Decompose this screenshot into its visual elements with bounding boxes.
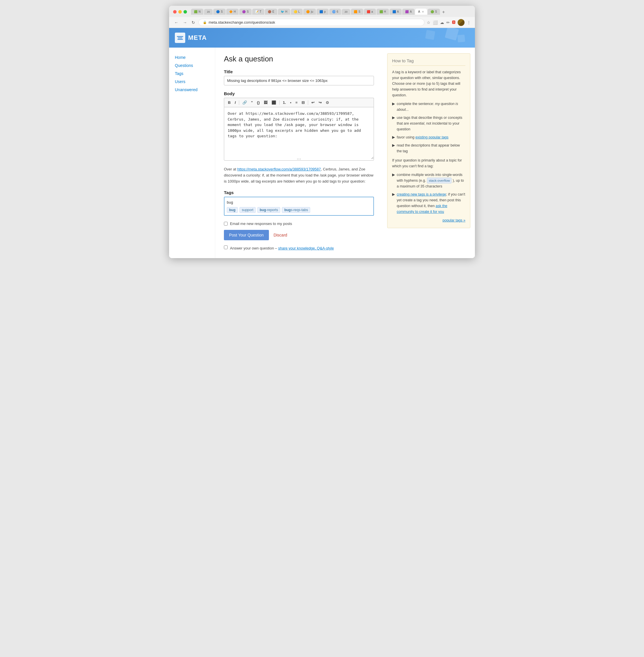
outdent-button[interactable]: ⊟ [300, 100, 306, 105]
tags-input-container[interactable]: bug support bug-reports bugs-reqs-tabs [224, 197, 374, 216]
address-bar: ← → ↻ 🔒 meta.stackexchange.com/questions… [169, 17, 475, 28]
popular-tags-link[interactable]: popular tags » [443, 218, 465, 222]
forward-button[interactable]: → [182, 20, 188, 25]
reload-button[interactable]: ↻ [190, 20, 196, 25]
answer-own-checkbox[interactable] [224, 245, 228, 249]
browser-tab[interactable]: 🟡L [291, 9, 303, 15]
browser-tab[interactable]: 🟦A [390, 9, 402, 15]
tip-hyphens: ▶ combine multiple words into single-wor… [392, 172, 465, 189]
image-button[interactable]: 🖼 [262, 100, 269, 105]
maximize-button[interactable] [184, 10, 187, 14]
sidebar-item-questions[interactable]: Questions [169, 62, 215, 70]
body-preview-link[interactable]: https://meta.stackoverflow.com/a/388593/… [237, 167, 321, 171]
browser-tab-active[interactable]: A✕ [415, 9, 427, 15]
tip-new-tags: ▶ creating new tags is a privilege; if y… [392, 191, 465, 215]
indent-button[interactable]: ≡ [294, 100, 299, 105]
tip-arrow-1: ▶ [392, 101, 395, 113]
browser-tab[interactable]: 🌀6 [329, 9, 341, 15]
tags-label: Tags [224, 190, 374, 195]
close-button[interactable] [173, 10, 177, 14]
logo-line-2 [178, 38, 182, 38]
body-preview-text-before: Over at [224, 167, 237, 171]
help-button[interactable]: ⊙ [324, 100, 330, 105]
editor-body: Over at https://meta.stackoverflow.com/a… [224, 107, 374, 161]
bold-button[interactable]: B [227, 100, 232, 105]
avatar[interactable] [458, 19, 464, 26]
sidebar-item-tags[interactable]: Tags [169, 70, 215, 77]
sidebar-item-users[interactable]: Users [169, 77, 215, 86]
email-checkbox-label: Email me new responses to my posts [230, 221, 292, 226]
new-tab-button[interactable]: + [441, 9, 447, 15]
how-to-tag-title: How to Tag [392, 58, 465, 66]
extensions-icon[interactable]: ⬜ [433, 20, 438, 25]
browser-tab[interactable]: 🔶H [226, 9, 238, 15]
browser-tab[interactable]: 20 [204, 9, 213, 15]
browser-tab[interactable]: 🟪A [402, 9, 415, 15]
existing-tags-link[interactable]: existing popular tags [415, 135, 448, 139]
main-layout: Home Questions Tags Users Unanswered Ask… [169, 48, 475, 258]
menu-icon[interactable]: ⋮ [467, 20, 471, 25]
undo-button[interactable]: ↩ [310, 100, 316, 105]
title-input[interactable] [224, 76, 374, 85]
url-bar[interactable]: 🔒 meta.stackexchange.com/questions/ask [199, 19, 424, 26]
site-logo[interactable]: META [175, 32, 207, 43]
tag-suggestion-bug[interactable]: bug [227, 207, 238, 213]
toolbar-separator-2 [279, 100, 280, 105]
sidebar-item-unanswered[interactable]: Unanswered [169, 86, 215, 94]
sidebar-item-home[interactable]: Home [169, 53, 215, 62]
minimize-button[interactable] [178, 10, 182, 14]
tag-suggestion-bug-reports[interactable]: bug-reports [257, 207, 280, 213]
redo-button[interactable]: ↪ [317, 100, 323, 105]
body-textarea[interactable]: Over at https://meta.stackoverflow.com/a… [224, 107, 374, 159]
ordered-list-button[interactable]: 1. [281, 100, 288, 105]
tip-popular-text: favor using existing popular tags [397, 134, 448, 140]
browser-tab[interactable]: 🟩N [191, 9, 203, 15]
post-button[interactable]: Post Your Question [224, 230, 269, 240]
logo-icon [175, 32, 185, 43]
browser-tab[interactable]: 🟤E [265, 9, 277, 15]
browser-tab[interactable]: 🐦H [278, 9, 290, 15]
tip-hyphens-text: combine multiple words into single-words… [397, 172, 465, 189]
code-button[interactable]: {} [255, 100, 261, 105]
tags-input[interactable] [227, 200, 371, 205]
tip-complete: ▶ complete the sentence: my question is … [392, 101, 465, 113]
link-button[interactable]: 🔗 [241, 100, 248, 105]
tag-suggestion-bugs-reqs-tabs[interactable]: bugs-reqs-tabs [282, 207, 310, 213]
sync-icon[interactable]: ☁ [440, 20, 444, 25]
browser-tab[interactable]: 🟠ju [303, 9, 316, 15]
browser-tab[interactable]: 🟣S [239, 9, 252, 15]
tip-descriptions: ▶ read the descriptions that appear belo… [392, 142, 465, 154]
browser-tab[interactable]: 🟩H [376, 9, 389, 15]
browser-tab[interactable]: 🟢S [428, 9, 440, 15]
resize-handle[interactable] [293, 158, 305, 160]
body-label: Body [224, 91, 374, 96]
email-checkbox[interactable] [224, 222, 228, 226]
tags-section: Tags bug support bug-reports bugs-reqs-t… [224, 190, 374, 216]
browser-tab[interactable]: 📝T [252, 9, 264, 15]
blockquote-button[interactable]: " [250, 100, 254, 105]
browser-tab[interactable]: 🟧S [351, 9, 363, 15]
tip-descriptions-text: read the descriptions that appear below … [397, 142, 465, 154]
back-button[interactable]: ← [173, 20, 180, 25]
tip-arrow-4: ▶ [392, 142, 395, 154]
site-header: META [169, 28, 475, 48]
unordered-list-button[interactable]: • [289, 100, 293, 105]
sidebar: Home Questions Tags Users Unanswered [169, 48, 215, 258]
how-to-tag-intro: A tag is a keyword or label that categor… [392, 69, 465, 98]
bookmark-icon[interactable]: ☆ [427, 20, 431, 25]
discard-button[interactable]: Discard [270, 230, 291, 240]
answer-own-text: Answer your own question – share your kn… [230, 245, 334, 251]
tag-suggestion-support[interactable]: support [239, 207, 256, 213]
embed-button[interactable]: ⬛ [270, 100, 278, 105]
ask-community-link[interactable]: ask the community to create it for you [397, 204, 447, 214]
browser-tab[interactable]: 20 [342, 9, 350, 15]
answer-own-row: Answer your own question – share your kn… [224, 245, 374, 251]
browser-tab[interactable]: 🟥a [364, 9, 376, 15]
browser-window: 🟩N 20 🔵S 🔶H 🟣S 📝T 🟤E 🐦H 🟡L 🟠ju 🟦p 🌀6 20 … [169, 6, 475, 258]
answer-own-link[interactable]: share your knowledge, Q&A-style [278, 246, 334, 250]
creating-tags-link[interactable]: creating new tags is a privilege [397, 192, 446, 196]
edit-icon[interactable]: ✏ [446, 20, 450, 25]
browser-tab[interactable]: 🟦p [317, 9, 329, 15]
browser-tab[interactable]: 🔵S [213, 9, 226, 15]
italic-button[interactable]: I [233, 100, 237, 105]
